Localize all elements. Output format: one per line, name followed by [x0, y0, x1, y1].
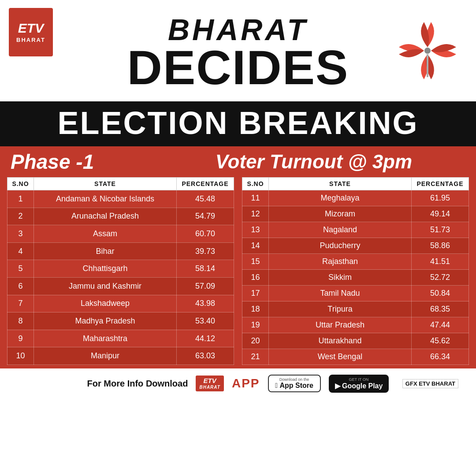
table-row: 10 Manipur 63.03 — [7, 347, 234, 365]
gfx-label: GFX ETV BHARAT — [402, 379, 458, 388]
cell-pct: 61.95 — [412, 190, 469, 206]
title-block: BHaRaT DECIDES — [127, 15, 349, 91]
cell-sno: 2 — [7, 208, 34, 225]
cell-state: Madhya Pradesh — [34, 312, 177, 330]
cell-state: Uttar Pradesh — [269, 317, 412, 333]
cell-pct: 39.73 — [177, 242, 234, 260]
footer-logo-bharat: BHARAT — [199, 385, 220, 390]
cell-state: Tamil Nadu — [269, 286, 412, 301]
header: ETV BHARAT BHaRaT DECIDES — [0, 0, 476, 101]
cell-state: Chhattisgarh — [34, 260, 177, 278]
table-row: 16 Sikkim 52.72 — [242, 270, 469, 286]
table-left: S.NO STATE PERCENTAGE 1 Andaman & Nicoba… — [7, 177, 234, 365]
cell-pct: 51.73 — [412, 222, 469, 238]
cell-pct: 41.51 — [412, 254, 469, 270]
cell-pct: 54.79 — [177, 208, 234, 225]
table-row: 20 Uttarakhand 45.62 — [242, 333, 469, 349]
table-row: 8 Madhya Pradesh 53.40 — [7, 312, 234, 330]
appstore-badge[interactable]: Download on the  App Store — [268, 375, 321, 392]
appstore-badge-title: Download on the — [279, 377, 309, 382]
cell-pct: 68.35 — [412, 301, 469, 317]
footer-content: For More Info Download ETV BHARAT APP Do… — [9, 371, 467, 396]
table-row: 6 Jammu and Kashmir 57.09 — [7, 277, 234, 295]
cell-sno: 9 — [7, 330, 34, 347]
svg-point-0 — [424, 48, 431, 54]
table-row: 13 Nagaland 51.73 — [242, 222, 469, 238]
cell-pct: 44.12 — [177, 330, 234, 347]
table-row: 11 Meghalaya 61.95 — [242, 190, 469, 206]
cell-state: Uttarakhand — [269, 333, 412, 349]
title-decides: DECIDES — [127, 45, 349, 91]
table-right: S.NO STATE PERCENTAGE 11 Meghalaya 61.95… — [242, 177, 469, 365]
breaking-banner: ELECTION BREAKING — [0, 101, 476, 146]
cell-sno: 4 — [7, 242, 34, 260]
footer-text: For More Info Download — [87, 379, 188, 389]
cell-state: Nagaland — [269, 222, 412, 238]
googleplay-badge[interactable]: GET IT ON ▶ Google Play — [329, 375, 389, 393]
cell-sno: 19 — [242, 317, 269, 333]
cell-sno: 17 — [242, 286, 269, 301]
cell-sno: 13 — [242, 222, 269, 238]
cell-sno: 21 — [242, 349, 269, 365]
table-row: 3 Assam 60.70 — [7, 225, 234, 243]
col-header-pct-left: PERCENTAGE — [177, 178, 234, 190]
footer-logo-etv: ETV — [199, 377, 220, 385]
cell-state: Arunachal Pradesh — [34, 208, 177, 225]
cell-state: Bihar — [34, 242, 177, 260]
content-area: Phase -1 Voter Turnout @ 3pm S.NO STATE … — [0, 146, 476, 368]
cell-state: Manipur — [34, 347, 177, 365]
cell-state: Sikkim — [269, 270, 412, 286]
footer-etv-logo: ETV BHARAT — [196, 376, 223, 391]
cell-pct: 66.34 — [412, 349, 469, 365]
cell-pct: 45.62 — [412, 333, 469, 349]
appstore-badge-store:  App Store — [275, 382, 313, 390]
cell-sno: 11 — [242, 190, 269, 206]
cell-pct: 60.70 — [177, 225, 234, 243]
phase-row: Phase -1 Voter Turnout @ 3pm — [0, 146, 476, 175]
cell-state: Mizoram — [269, 206, 412, 222]
table-row: 17 Tamil Nadu 50.84 — [242, 286, 469, 301]
pinwheel-area — [383, 0, 472, 101]
cell-state: Tripura — [269, 301, 412, 317]
cell-sno: 7 — [7, 295, 34, 312]
cell-state: Rajasthan — [269, 254, 412, 270]
footer: For More Info Download ETV BHARAT APP Do… — [0, 368, 476, 398]
cell-sno: 16 — [242, 270, 269, 286]
table-row: 18 Tripura 68.35 — [242, 301, 469, 317]
etv-logo: ETV BHARAT — [9, 8, 53, 56]
cell-sno: 20 — [242, 333, 269, 349]
cell-state: Andaman & Nicobar Islands — [34, 190, 177, 208]
cell-sno: 15 — [242, 254, 269, 270]
table-row: 2 Arunachal Pradesh 54.79 — [7, 208, 234, 225]
cell-state: Maharashtra — [34, 330, 177, 347]
cell-sno: 12 — [242, 206, 269, 222]
pinwheel-icon — [399, 22, 456, 79]
app-label: APP — [232, 376, 260, 390]
cell-sno: 18 — [242, 301, 269, 317]
cell-pct: 47.44 — [412, 317, 469, 333]
cell-state: Lakshadweep — [34, 295, 177, 312]
col-header-state-right: STATE — [269, 178, 412, 190]
cell-pct: 53.40 — [177, 312, 234, 330]
cell-sno: 6 — [7, 277, 34, 295]
cell-state: Assam — [34, 225, 177, 243]
logo-sub-text: BHARAT — [16, 37, 45, 43]
table-row: 1 Andaman & Nicobar Islands 45.48 — [7, 190, 234, 208]
cell-state: West Bengal — [269, 349, 412, 365]
table-row: 7 Lakshadweep 43.98 — [7, 295, 234, 312]
table-row: 12 Mizoram 49.14 — [242, 206, 469, 222]
cell-pct: 63.03 — [177, 347, 234, 365]
cell-pct: 58.14 — [177, 260, 234, 278]
table-row: 19 Uttar Pradesh 47.44 — [242, 317, 469, 333]
table-row: 21 West Bengal 66.34 — [242, 349, 469, 365]
cell-sno: 5 — [7, 260, 34, 278]
cell-sno: 10 — [7, 347, 34, 365]
googleplay-badge-title: GET IT ON — [349, 377, 369, 382]
cell-sno: 3 — [7, 225, 34, 243]
cell-pct: 58.86 — [412, 238, 469, 254]
cell-sno: 14 — [242, 238, 269, 254]
col-header-state-left: STATE — [34, 178, 177, 190]
breaking-text: ELECTION BREAKING — [0, 105, 476, 141]
voter-label: Voter Turnout @ 3pm — [162, 151, 465, 173]
cell-pct: 52.72 — [412, 270, 469, 286]
